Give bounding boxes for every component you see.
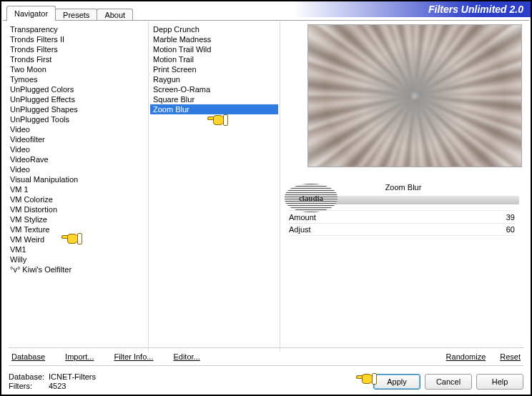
app-title: Filters Unlimited 2.0 — [428, 4, 523, 15]
tab-navigator[interactable]: Navigator — [6, 6, 56, 21]
param-row[interactable]: Adjust60 — [289, 223, 515, 236]
list-item[interactable]: VideoRave — [7, 154, 147, 164]
list-item[interactable]: Tronds Filters — [7, 44, 147, 54]
param-name: Amount — [289, 213, 316, 222]
main-panel: TransparencyTronds Filters IITronds Filt… — [6, 21, 526, 352]
list-item[interactable]: Video — [7, 144, 147, 154]
list-item[interactable]: UnPlugged Colors — [7, 84, 147, 94]
list-item[interactable]: VM Texture — [7, 224, 147, 234]
list-item[interactable]: Videofilter — [7, 134, 147, 144]
list-item[interactable]: Visual Manipulation — [7, 174, 147, 184]
status-filters-value: 4523 — [49, 382, 66, 390]
preview-image — [307, 24, 522, 167]
list-item[interactable]: Raygun — [150, 74, 278, 84]
list-item[interactable]: Two Moon — [7, 64, 147, 74]
list-item[interactable]: Video — [7, 164, 147, 174]
editor-link[interactable]: Editor... — [173, 352, 200, 361]
filter-list[interactable]: Depp CrunchMarble MadnessMotion Trail Wi… — [149, 21, 280, 352]
list-item[interactable]: Motion Trail Wild — [150, 44, 278, 54]
link-button-bar: Database Import... Filter Info... Editor… — [9, 347, 523, 366]
list-item[interactable]: Print Screen — [150, 64, 278, 74]
category-list[interactable]: TransparencyTronds Filters IITronds Filt… — [6, 21, 149, 352]
param-name: Adjust — [289, 225, 311, 234]
reset-link[interactable]: Reset — [500, 352, 521, 361]
list-item[interactable]: Tronds First — [7, 54, 147, 64]
param-value: 60 — [506, 225, 515, 234]
list-item[interactable]: VM Colorize — [7, 194, 147, 204]
list-item[interactable]: Tronds Filters II — [7, 34, 147, 44]
tab-strip: Navigator Presets About — [3, 5, 132, 21]
list-item[interactable]: VM1 — [7, 244, 147, 254]
list-item[interactable]: Willy — [7, 254, 147, 264]
status-info: Database: ICNET-Filters Filters: 4523 — [9, 372, 96, 390]
param-row[interactable]: Amount39 — [289, 210, 515, 223]
status-db-value: ICNET-Filters — [49, 372, 96, 381]
tab-underline — [3, 20, 529, 21]
list-item[interactable]: Motion Trail — [150, 54, 278, 64]
tab-presets[interactable]: Presets — [55, 9, 97, 21]
list-item[interactable]: Square Blur — [150, 94, 278, 104]
list-item[interactable]: UnPlugged Shapes — [7, 104, 147, 114]
tab-about[interactable]: About — [97, 9, 133, 21]
list-item[interactable]: UnPlugged Effects — [7, 94, 147, 104]
list-item[interactable]: VM 1 — [7, 184, 147, 194]
list-item[interactable]: Tymoes — [7, 74, 147, 84]
filter-info-link[interactable]: Filter Info... — [114, 352, 153, 361]
randomize-link[interactable]: Randomize — [446, 352, 486, 361]
status-filters-label: Filters: — [9, 382, 49, 390]
list-item[interactable]: Marble Madness — [150, 34, 278, 44]
list-item[interactable]: Video — [7, 124, 147, 134]
list-item[interactable]: UnPlugged Tools — [7, 114, 147, 124]
status-db-label: Database: — [9, 372, 49, 381]
filter-column: Depp CrunchMarble MadnessMotion Trail Wi… — [149, 21, 280, 352]
list-item[interactable]: Zoom Blur — [150, 104, 278, 114]
parameter-panel: Amount39Adjust60 — [289, 210, 515, 236]
database-link[interactable]: Database — [11, 352, 45, 361]
list-item[interactable]: °v° Kiwi's Oelfilter — [7, 264, 147, 274]
category-column: TransparencyTronds Filters IITronds Filt… — [6, 21, 149, 352]
list-item[interactable]: Screen-O-Rama — [150, 84, 278, 94]
watermark-badge: claudia — [285, 184, 338, 212]
help-button[interactable]: Help — [476, 374, 523, 390]
param-value: 39 — [506, 213, 515, 222]
list-item[interactable]: Depp Crunch — [150, 24, 278, 34]
list-item[interactable]: VM Weird — [7, 234, 147, 244]
cancel-button[interactable]: Cancel — [425, 374, 472, 390]
list-item[interactable]: VM Stylize — [7, 214, 147, 224]
list-item[interactable]: VM Distortion — [7, 204, 147, 214]
list-item[interactable]: Transparency — [7, 24, 147, 34]
import-link[interactable]: Import... — [65, 352, 94, 361]
status-bar: Database: ICNET-Filters Filters: 4523 Ap… — [9, 372, 523, 390]
apply-button[interactable]: Apply — [373, 374, 420, 390]
